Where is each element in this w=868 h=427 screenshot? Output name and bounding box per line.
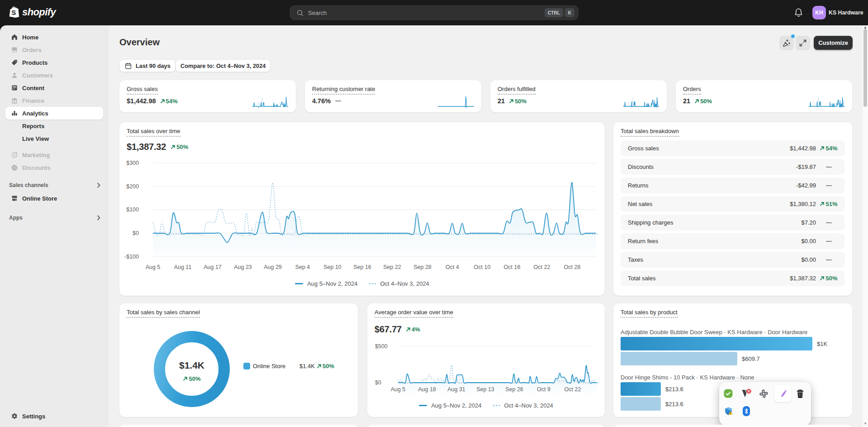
svg-text:$200: $200 [126, 183, 139, 190]
svg-text:Oct 10: Oct 10 [474, 264, 491, 270]
svg-text:Oct 22: Oct 22 [534, 264, 550, 270]
svg-text:Aug 23: Aug 23 [234, 264, 252, 270]
svg-text:Aug 17: Aug 17 [204, 264, 222, 270]
svg-text:$300: $300 [126, 160, 139, 166]
svg-text:S: S [11, 9, 16, 16]
svg-text:Oct 4: Oct 4 [446, 264, 459, 270]
svg-text:Sep 22: Sep 22 [383, 264, 401, 270]
svg-text:$0: $0 [133, 230, 139, 236]
svg-text:Oct 16: Oct 16 [504, 264, 521, 270]
svg-text:Oct 28: Oct 28 [564, 264, 581, 270]
svg-text:Sep 4: Sep 4 [295, 264, 310, 270]
svg-text:Aug 29: Aug 29 [264, 264, 282, 270]
svg-text:Sep 28: Sep 28 [413, 264, 432, 270]
svg-text:Sep 10: Sep 10 [323, 264, 342, 270]
svg-text:$500: $500 [375, 343, 388, 350]
svg-text:$0: $0 [375, 379, 381, 386]
svg-text:Sep 16: Sep 16 [353, 264, 371, 270]
svg-text:Aug 5: Aug 5 [146, 264, 161, 270]
svg-text:$100: $100 [126, 206, 139, 213]
svg-text:Aug 11: Aug 11 [174, 264, 192, 270]
svg-text:-$100: -$100 [124, 254, 139, 260]
